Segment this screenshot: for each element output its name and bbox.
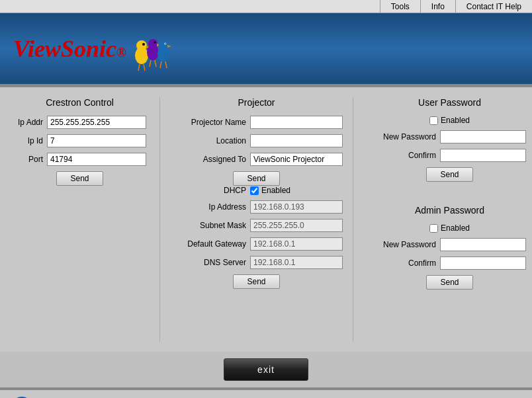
ip-id-label: Ip Id bbox=[13, 136, 43, 145]
contact-nav-item[interactable]: Contact IT Help bbox=[455, 0, 532, 13]
crestron-logo-icon: CRESTRON bbox=[10, 395, 63, 399]
subnet-label: Subnet Mask bbox=[170, 221, 246, 230]
viewsonic-logo-text: ViewSonic® bbox=[13, 35, 126, 63]
user-password-title: User Password bbox=[373, 97, 526, 108]
logo-area: ViewSonic® bbox=[13, 26, 171, 72]
projector-send2-row: Send bbox=[170, 274, 343, 289]
dns-input bbox=[250, 256, 343, 269]
projector-send-button[interactable]: Send bbox=[233, 171, 279, 186]
gateway-row: Default Gateway bbox=[170, 237, 343, 251]
projector-send-row: Send bbox=[170, 171, 343, 186]
ip-addr-label: Ip Addr bbox=[13, 118, 43, 127]
gateway-input bbox=[250, 237, 343, 251]
svg-line-16 bbox=[155, 60, 156, 67]
assigned-row: Assigned To bbox=[170, 153, 343, 166]
admin-enabled-checkbox[interactable] bbox=[429, 224, 438, 233]
svg-point-9 bbox=[159, 40, 168, 50]
dhcp-enabled-label: Enabled bbox=[261, 186, 290, 195]
admin-confirm-row: Confirm bbox=[373, 257, 526, 270]
birds-icon bbox=[132, 26, 171, 72]
admin-confirm-input[interactable] bbox=[440, 257, 526, 270]
exit-area: exit bbox=[0, 358, 532, 381]
crestron-title: Crestron Control bbox=[13, 97, 146, 108]
ip-id-row: Ip Id bbox=[13, 134, 146, 147]
ip-addr-row: Ip Addr bbox=[13, 116, 146, 129]
admin-send-button[interactable]: Send bbox=[426, 275, 472, 290]
user-enabled-label: Enabled bbox=[441, 116, 470, 125]
admin-send-row: Send bbox=[373, 275, 526, 290]
ip-address-input bbox=[250, 200, 343, 214]
exit-button[interactable]: exit bbox=[224, 358, 308, 381]
projector-send2-button[interactable]: Send bbox=[233, 274, 279, 289]
crestron-send-row: Send bbox=[13, 171, 146, 186]
password-section: User Password Enabled New Password Confi… bbox=[367, 97, 526, 342]
svg-point-12 bbox=[165, 43, 167, 44]
svg-line-18 bbox=[165, 61, 167, 68]
dhcp-checkbox[interactable] bbox=[250, 186, 259, 195]
tools-nav-item[interactable]: Tools bbox=[380, 0, 420, 13]
ip-address-row: Ip Address bbox=[170, 200, 343, 214]
ip-id-input[interactable] bbox=[47, 134, 146, 147]
header: ViewSonic® bbox=[0, 13, 532, 86]
user-new-password-row: New Password bbox=[373, 130, 526, 143]
user-password-block: User Password Enabled New Password Confi… bbox=[373, 97, 526, 182]
assigned-label: Assigned To bbox=[170, 155, 246, 164]
subnet-row: Subnet Mask bbox=[170, 219, 343, 232]
svg-point-7 bbox=[154, 41, 156, 43]
user-send-row: Send bbox=[373, 167, 526, 182]
admin-new-password-label: New Password bbox=[373, 240, 436, 249]
user-new-password-input[interactable] bbox=[440, 130, 526, 143]
port-label: Port bbox=[13, 155, 43, 164]
projector-name-row: Projector Name bbox=[170, 116, 343, 129]
svg-marker-10 bbox=[167, 45, 171, 48]
location-row: Location bbox=[170, 134, 343, 147]
crestron-logo: CRESTRON bbox=[10, 395, 63, 399]
svg-line-17 bbox=[160, 61, 161, 68]
logo-wordmark: ViewSonic bbox=[13, 36, 116, 62]
crestron-section: Crestron Control Ip Addr Ip Id Port Send bbox=[13, 97, 146, 342]
user-confirm-label: Confirm bbox=[373, 151, 436, 160]
user-send-button[interactable]: Send bbox=[426, 167, 472, 182]
svg-point-1 bbox=[136, 40, 147, 51]
dns-row: DNS Server bbox=[170, 256, 343, 269]
svg-point-3 bbox=[142, 43, 145, 46]
admin-confirm-label: Confirm bbox=[373, 259, 436, 268]
info-nav-item[interactable]: Info bbox=[420, 0, 455, 13]
svg-line-15 bbox=[150, 60, 151, 67]
top-nav-bar: Tools Info Contact IT Help bbox=[0, 0, 532, 13]
admin-password-title: Admin Password bbox=[373, 205, 526, 216]
projector-section: Projector Projector Name Location Assign… bbox=[159, 97, 353, 342]
projector-name-label: Projector Name bbox=[170, 118, 246, 127]
contact-label: Contact IT Help bbox=[466, 2, 521, 11]
port-row: Port bbox=[13, 153, 146, 166]
subnet-input bbox=[250, 219, 343, 232]
svg-line-13 bbox=[138, 64, 140, 71]
admin-enabled-label: Enabled bbox=[441, 223, 470, 233]
port-input[interactable] bbox=[47, 153, 146, 166]
ip-addr-input[interactable] bbox=[47, 116, 146, 129]
ip-address-label: Ip Address bbox=[170, 202, 246, 212]
location-label: Location bbox=[170, 136, 246, 145]
admin-new-password-row: New Password bbox=[373, 238, 526, 251]
footer: CRESTRON Expansion Options bbox=[0, 389, 532, 398]
projector-title: Projector bbox=[170, 97, 343, 108]
gateway-label: Default Gateway bbox=[170, 239, 246, 249]
dhcp-label: DHCP bbox=[170, 186, 246, 195]
svg-point-5 bbox=[148, 39, 157, 48]
user-new-password-label: New Password bbox=[373, 132, 436, 141]
info-label: Info bbox=[431, 2, 445, 11]
admin-new-password-input[interactable] bbox=[440, 238, 526, 251]
assigned-input[interactable] bbox=[250, 153, 343, 166]
user-enabled-row: Enabled bbox=[373, 116, 526, 125]
user-confirm-input[interactable] bbox=[440, 149, 526, 162]
admin-enabled-row: Enabled bbox=[373, 223, 526, 233]
crestron-send-button[interactable]: Send bbox=[56, 171, 103, 186]
dhcp-row: DHCP Enabled bbox=[170, 186, 343, 195]
main-content: Crestron Control Ip Addr Ip Id Port Send… bbox=[0, 87, 532, 352]
location-input[interactable] bbox=[250, 134, 343, 147]
user-confirm-row: Confirm bbox=[373, 149, 526, 162]
dns-label: DNS Server bbox=[170, 258, 246, 267]
projector-name-input[interactable] bbox=[250, 116, 343, 129]
tools-label: Tools bbox=[391, 2, 410, 11]
user-enabled-checkbox[interactable] bbox=[429, 116, 438, 125]
